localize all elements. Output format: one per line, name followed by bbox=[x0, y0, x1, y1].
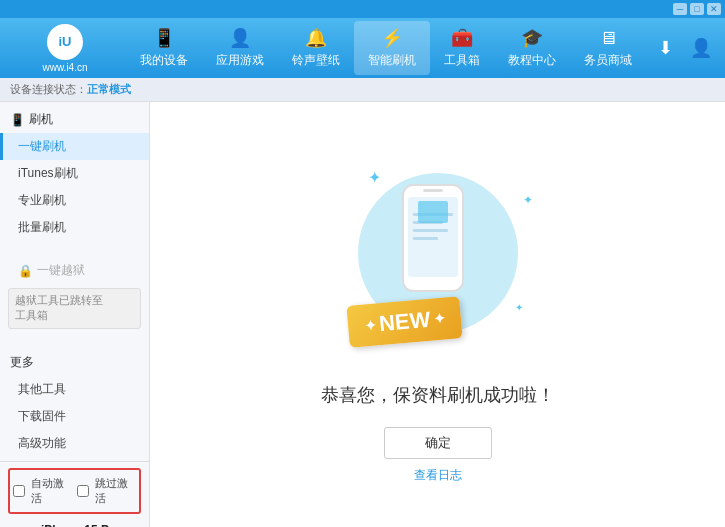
pro-flash-label: 专业刷机 bbox=[18, 192, 66, 209]
main-layout: 📱 刷机 一键刷机 iTunes刷机 专业刷机 批量刷机 🔒 一键越狱 越狱工具… bbox=[0, 102, 725, 527]
success-message: 恭喜您，保资料刷机成功啦！ bbox=[321, 383, 555, 407]
sparkle-left-icon: ✦ bbox=[363, 317, 376, 334]
device-name: iPhone 15 Pro Max bbox=[41, 522, 139, 527]
more-section-label: 更多 bbox=[10, 354, 34, 371]
ringtones-icon: 🔔 bbox=[305, 27, 327, 49]
tutorials-icon: 🎓 bbox=[521, 27, 543, 49]
sidebar-item-one-key-flash[interactable]: 一键刷机 bbox=[0, 133, 149, 160]
new-badge: ✦ NEW ✦ bbox=[346, 296, 463, 348]
breadcrumb-status: 正常模式 bbox=[87, 82, 131, 97]
sparkle-right-icon: ✦ bbox=[432, 310, 445, 327]
auto-activate-label: 自动激活 bbox=[31, 476, 73, 506]
sidebar-item-other-tools[interactable]: 其他工具 bbox=[0, 376, 149, 403]
device-info: 📱 iPhone 15 Pro Max 512GB iPhone bbox=[8, 518, 141, 527]
confirm-button[interactable]: 确定 bbox=[384, 427, 492, 459]
account-button[interactable]: 👤 bbox=[687, 34, 715, 62]
nav-tutorials-label: 教程中心 bbox=[508, 52, 556, 69]
close-button[interactable]: ✕ bbox=[707, 3, 721, 15]
nav-my-device-label: 我的设备 bbox=[140, 52, 188, 69]
svg-rect-6 bbox=[413, 229, 448, 232]
sidebar-flash-section: 📱 刷机 一键刷机 iTunes刷机 专业刷机 批量刷机 bbox=[0, 102, 149, 245]
app-header: iU www.i4.cn 📱 我的设备 👤 应用游戏 🔔 铃声壁纸 ⚡ 智能刷机… bbox=[0, 18, 725, 78]
nav-apps-games[interactable]: 👤 应用游戏 bbox=[202, 21, 278, 75]
sidebar-item-itunes-flash[interactable]: iTunes刷机 bbox=[0, 160, 149, 187]
sidebar-jailbreak-section: 🔒 一键越狱 越狱工具已跳转至工具箱 bbox=[0, 253, 149, 337]
itunes-flash-label: iTunes刷机 bbox=[18, 165, 78, 182]
nav-ringtones-label: 铃声壁纸 bbox=[292, 52, 340, 69]
auto-activate-checkbox[interactable] bbox=[13, 485, 25, 497]
apps-icon: 👤 bbox=[229, 27, 251, 49]
sidebar-more-header: 更多 bbox=[0, 349, 149, 376]
logo-area: iU www.i4.cn bbox=[10, 24, 120, 73]
new-badge-text: NEW bbox=[377, 307, 430, 337]
skip-activation-label: 跳过激活 bbox=[95, 476, 137, 506]
device-details: iPhone 15 Pro Max 512GB iPhone bbox=[41, 522, 139, 527]
svg-rect-8 bbox=[418, 201, 448, 223]
phone-graphic bbox=[398, 183, 468, 306]
sidebar-jailbreak-header: 🔒 一键越狱 bbox=[0, 257, 149, 284]
sparkle-top-icon: ✦ bbox=[368, 168, 381, 187]
sparkle-right-mid-icon: ✦ bbox=[515, 302, 523, 313]
skip-activation-checkbox[interactable] bbox=[77, 485, 89, 497]
service-icon: 🖥 bbox=[599, 28, 617, 49]
batch-flash-label: 批量刷机 bbox=[18, 219, 66, 236]
nav-bar: 📱 我的设备 👤 应用游戏 🔔 铃声壁纸 ⚡ 智能刷机 🧰 工具箱 🎓 教程中心… bbox=[120, 21, 651, 75]
flash-section-label: 刷机 bbox=[29, 111, 53, 128]
header-right: ⬇ 👤 bbox=[651, 34, 715, 62]
sidebar-flash-header: 📱 刷机 bbox=[0, 106, 149, 133]
nav-service-label: 务员商域 bbox=[584, 52, 632, 69]
nav-smart-flash-label: 智能刷机 bbox=[368, 52, 416, 69]
nav-my-device[interactable]: 📱 我的设备 bbox=[126, 21, 202, 75]
download-firmware-label: 下载固件 bbox=[18, 408, 66, 425]
minimize-button[interactable]: ─ bbox=[673, 3, 687, 15]
flash-nav-icon: ⚡ bbox=[381, 27, 403, 49]
sidebar-item-download-firmware[interactable]: 下载固件 bbox=[0, 403, 149, 430]
one-key-flash-label: 一键刷机 bbox=[18, 138, 66, 155]
sidebar-more-section: 更多 其他工具 下载固件 高级功能 bbox=[0, 345, 149, 461]
advanced-label: 高级功能 bbox=[18, 435, 66, 452]
download-button[interactable]: ⬇ bbox=[651, 34, 679, 62]
nav-smart-flash[interactable]: ⚡ 智能刷机 bbox=[354, 21, 430, 75]
activation-options-box: 自动激活 跳过激活 bbox=[8, 468, 141, 514]
jailbreak-notice: 越狱工具已跳转至工具箱 bbox=[8, 288, 141, 329]
breadcrumb-prefix: 设备连接状态： bbox=[10, 82, 87, 97]
nav-tutorials[interactable]: 🎓 教程中心 bbox=[494, 21, 570, 75]
other-tools-label: 其他工具 bbox=[18, 381, 66, 398]
sidebar-item-advanced[interactable]: 高级功能 bbox=[0, 430, 149, 457]
logo-icon: iU bbox=[47, 24, 83, 60]
view-log-link[interactable]: 查看日志 bbox=[414, 467, 462, 484]
auto-activate-row: 自动激活 bbox=[13, 473, 73, 509]
skip-activation-row: 跳过激活 bbox=[77, 473, 137, 509]
flash-section-icon: 📱 bbox=[10, 113, 25, 127]
nav-toolbox[interactable]: 🧰 工具箱 bbox=[430, 21, 494, 75]
svg-rect-3 bbox=[423, 189, 443, 192]
content-area: ✦ NEW ✦ ✦ ✦ ✦ 恭喜您，保资料刷机成功啦！ 确定 查看日志 bbox=[150, 102, 725, 527]
toolbox-icon: 🧰 bbox=[451, 27, 473, 49]
nav-service[interactable]: 🖥 务员商域 bbox=[570, 21, 646, 75]
lock-icon: 🔒 bbox=[18, 264, 33, 278]
sidebar-item-pro-flash[interactable]: 专业刷机 bbox=[0, 187, 149, 214]
nav-toolbox-label: 工具箱 bbox=[444, 52, 480, 69]
svg-rect-7 bbox=[413, 237, 438, 240]
device-icon: 📱 bbox=[153, 27, 175, 49]
sparkle-right-top-icon: ✦ bbox=[523, 193, 533, 207]
logo-subtitle: www.i4.cn bbox=[42, 62, 87, 73]
nav-ringtones[interactable]: 🔔 铃声壁纸 bbox=[278, 21, 354, 75]
nav-apps-label: 应用游戏 bbox=[216, 52, 264, 69]
sidebar-bottom: 自动激活 跳过激活 📱 iPhone 15 Pro Max 512GB iPho… bbox=[0, 461, 149, 527]
breadcrumb: 设备连接状态： 正常模式 bbox=[0, 78, 725, 102]
success-illustration: ✦ NEW ✦ ✦ ✦ ✦ bbox=[338, 163, 538, 363]
sidebar: 📱 刷机 一键刷机 iTunes刷机 专业刷机 批量刷机 🔒 一键越狱 越狱工具… bbox=[0, 102, 150, 527]
jailbreak-label: 一键越狱 bbox=[37, 262, 85, 279]
sidebar-item-batch-flash[interactable]: 批量刷机 bbox=[0, 214, 149, 241]
maximize-button[interactable]: □ bbox=[690, 3, 704, 15]
